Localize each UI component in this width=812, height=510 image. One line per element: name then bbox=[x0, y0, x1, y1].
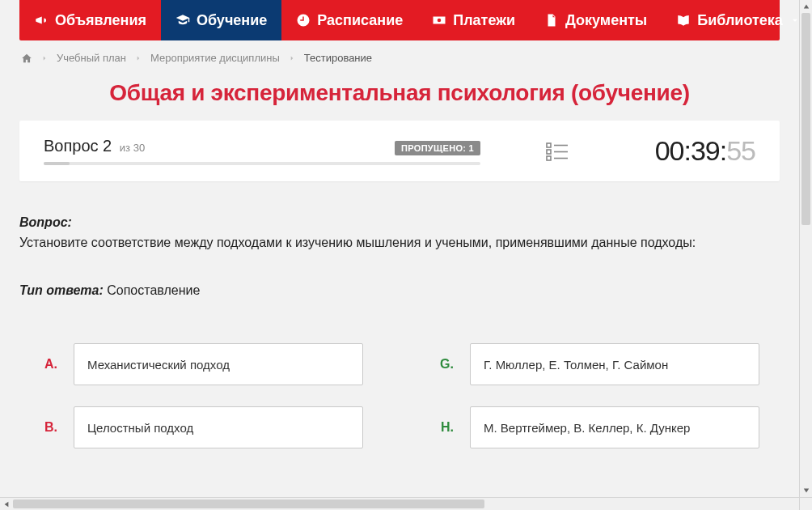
match-item-box[interactable]: Целостный подход bbox=[74, 406, 363, 448]
nav-label: Расписание bbox=[317, 12, 403, 29]
breadcrumb: Учебный план Мероприятие дисциплины Тест… bbox=[19, 40, 780, 72]
question-text: Установите соответствие между подходами … bbox=[19, 233, 780, 253]
progress-fill bbox=[44, 162, 70, 165]
skipped-badge: ПРОПУЩЕНО: 1 bbox=[395, 141, 480, 155]
match-area: A. Механистический подход B. Целостный п… bbox=[19, 343, 780, 448]
match-row: B. Целостный подход bbox=[40, 406, 363, 448]
scroll-left-icon[interactable] bbox=[0, 498, 13, 511]
nav-library[interactable]: Библиотека bbox=[662, 0, 812, 40]
main-nav: Объявления Обучение Расписание Платежи Д… bbox=[19, 0, 780, 40]
match-item-box[interactable]: Г. Мюллер, Е. Толмен, Г. Саймон bbox=[470, 343, 759, 385]
scroll-thumb[interactable] bbox=[13, 499, 484, 508]
nav-label: Документы bbox=[565, 12, 647, 29]
page-title: Общая и экспериментальная психология (об… bbox=[19, 80, 780, 106]
scroll-down-icon[interactable] bbox=[800, 484, 813, 497]
nav-label: Платежи bbox=[453, 12, 515, 29]
question-label: Вопрос: bbox=[19, 215, 72, 229]
nav-payments[interactable]: Платежи bbox=[417, 0, 530, 40]
vertical-scrollbar[interactable] bbox=[799, 0, 812, 497]
match-row: H. М. Вертгеймер, В. Келлер, К. Дункер bbox=[436, 406, 759, 448]
answer-type: Сопоставление bbox=[107, 283, 200, 297]
megaphone-icon bbox=[34, 13, 49, 28]
nav-schedule[interactable]: Расписание bbox=[281, 0, 417, 40]
document-icon bbox=[544, 13, 559, 28]
chevron-right-icon bbox=[134, 54, 142, 62]
match-key: B. bbox=[40, 420, 57, 435]
question-body: Вопрос: Установите соответствие между по… bbox=[19, 181, 780, 448]
match-left-column: A. Механистический подход B. Целостный п… bbox=[40, 343, 363, 448]
question-total: из 30 bbox=[120, 142, 145, 154]
svg-rect-4 bbox=[547, 156, 551, 160]
home-icon[interactable] bbox=[21, 53, 32, 64]
scroll-up-icon[interactable] bbox=[800, 0, 813, 13]
nav-label: Библиотека bbox=[697, 12, 783, 29]
graduation-cap-icon bbox=[176, 13, 190, 28]
scroll-thumb[interactable] bbox=[801, 13, 810, 225]
match-item-box[interactable]: Механистический подход bbox=[74, 343, 363, 385]
question-list-icon[interactable] bbox=[546, 142, 569, 161]
nav-learning[interactable]: Обучение bbox=[161, 0, 281, 40]
chevron-right-icon bbox=[40, 54, 49, 62]
match-key: A. bbox=[40, 357, 57, 372]
svg-rect-2 bbox=[547, 150, 551, 154]
nav-label: Обучение bbox=[197, 12, 267, 29]
nav-announcements[interactable]: Объявления bbox=[19, 0, 161, 40]
scroll-track[interactable] bbox=[800, 13, 812, 484]
progress-bar bbox=[44, 162, 480, 165]
book-open-icon bbox=[676, 13, 691, 28]
match-row: G. Г. Мюллер, Е. Толмен, Г. Саймон bbox=[436, 343, 759, 385]
match-item-box[interactable]: М. Вертгеймер, В. Келлер, К. Дункер bbox=[470, 406, 759, 448]
question-number: Вопрос 2 из 30 bbox=[44, 137, 145, 155]
horizontal-scrollbar[interactable] bbox=[0, 497, 812, 510]
match-key: G. bbox=[436, 357, 454, 372]
breadcrumb-link[interactable]: Учебный план bbox=[57, 52, 126, 64]
timer: 00:39:55 bbox=[655, 135, 755, 166]
chevron-right-icon bbox=[288, 54, 296, 62]
match-row: A. Механистический подход bbox=[40, 343, 363, 385]
breadcrumb-link[interactable]: Мероприятие дисциплины bbox=[150, 52, 280, 64]
match-right-column: G. Г. Мюллер, Е. Толмен, Г. Саймон H. М.… bbox=[436, 343, 759, 448]
svg-rect-0 bbox=[547, 143, 551, 147]
breadcrumb-current: Тестирование bbox=[304, 52, 372, 64]
match-key: H. bbox=[436, 420, 454, 435]
nav-label: Объявления bbox=[55, 12, 146, 29]
answer-type-label: Тип ответа: bbox=[19, 283, 104, 297]
banknote-icon bbox=[432, 13, 446, 28]
nav-documents[interactable]: Документы bbox=[530, 0, 662, 40]
quiz-header-card: Вопрос 2 из 30 ПРОПУЩЕНО: 1 bbox=[19, 121, 780, 181]
clock-icon bbox=[296, 13, 311, 28]
scroll-corner bbox=[799, 497, 812, 510]
scroll-track[interactable] bbox=[13, 498, 799, 510]
